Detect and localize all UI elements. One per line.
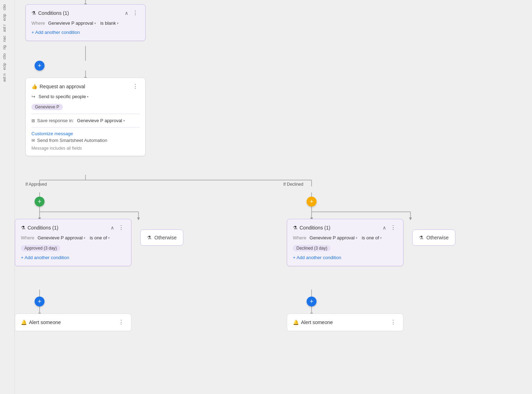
- envelope-icon: ✉: [31, 138, 35, 143]
- top-conditions-title: ⚗ Conditions (1): [31, 10, 69, 16]
- send-to-row: ↪ Send to specific people ▾: [31, 94, 140, 100]
- top-conditions-field-arrow: ▾: [94, 22, 96, 25]
- if-declined-label: If Declined: [283, 182, 303, 187]
- svg-marker-24: [137, 217, 140, 220]
- approved-value-chip: Approved (3 day): [21, 245, 60, 251]
- declined-alert-title-text: Alert someone: [301, 320, 333, 325]
- customize-message-label: Customize message: [31, 131, 73, 136]
- declined-chip-label: Declined (3 day): [296, 246, 327, 251]
- save-response-arrow: ▾: [123, 119, 125, 123]
- approved-plus-btn[interactable]: +: [35, 197, 45, 207]
- declined-operator-value: is one of: [362, 235, 379, 240]
- approved-field-value: Genevieve P approval: [37, 235, 83, 240]
- send-from-row: ✉ Send from Smartsheet Automation: [31, 138, 140, 143]
- approved-where-label: Where: [21, 235, 34, 240]
- sidebar-item-4: nac: [1, 34, 13, 43]
- declined-conditions-actions: ∧ ⋮: [381, 224, 397, 231]
- sidebar-item-3: ast r: [1, 23, 13, 33]
- top-conditions-title-text: Conditions (1): [38, 10, 69, 16]
- declined-field-dropdown[interactable]: Genevieve P approval ▾: [308, 235, 359, 241]
- declined-value-chip: Declined (3 day): [293, 245, 331, 251]
- top-conditions-add-btn[interactable]: + Add another condition: [31, 29, 80, 36]
- send-to-arrow: ▾: [87, 95, 89, 98]
- approved-operator-value: is one of: [90, 235, 107, 240]
- top-conditions-header: ⚗ Conditions (1) ∧ ⋮: [31, 10, 140, 17]
- declined-bottom-plus-wrapper: +: [307, 297, 317, 306]
- top-conditions-operator-dropdown[interactable]: is blank ▾: [99, 20, 120, 26]
- top-conditions-where-label: Where: [31, 20, 45, 26]
- top-conditions-card: ⚗ Conditions (1) ∧ ⋮ Where Genevieve P a…: [25, 4, 146, 41]
- approved-bottom-plus-btn[interactable]: +: [35, 297, 45, 306]
- approved-chip-wrapper: Approved (3 day): [21, 244, 125, 251]
- approval-divider-1: [31, 114, 140, 114]
- save-icon: ⊞: [31, 118, 35, 123]
- top-conditions-collapse-btn[interactable]: ∧: [123, 10, 130, 16]
- send-to-label: Send to specific people: [39, 94, 86, 99]
- approved-conditions-actions: ∧ ⋮: [109, 224, 125, 231]
- declined-where-label: Where: [293, 235, 306, 240]
- approved-conditions-header: ⚗ Conditions (1) ∧ ⋮: [21, 224, 125, 231]
- declined-bottom-plus-btn[interactable]: +: [307, 297, 317, 306]
- sidebar-item-2: ecip: [1, 12, 13, 22]
- approval-more-btn[interactable]: ⋮: [131, 83, 140, 90]
- declined-bell-icon: 🔔: [293, 320, 299, 325]
- top-conditions-operator-value: is blank: [100, 20, 116, 26]
- approval-title-text: Request an approval: [40, 84, 85, 89]
- sidebar-item-5: rig: [1, 44, 13, 51]
- approved-conditions-collapse-btn[interactable]: ∧: [109, 225, 116, 231]
- declined-conditions-title-text: Conditions (1): [300, 225, 330, 231]
- declined-field-value: Genevieve P approval: [309, 235, 355, 240]
- approved-field-dropdown[interactable]: Genevieve P approval ▾: [36, 235, 87, 241]
- approved-filter-icon: ⚗: [21, 225, 25, 231]
- top-conditions-more-btn[interactable]: ⋮: [131, 10, 140, 17]
- declined-alert-title: 🔔 Alert someone: [293, 320, 333, 325]
- flow-root: ⚗ Conditions (1) ∧ ⋮ Where Genevieve P a…: [15, 0, 509, 388]
- sidebar-item-6: ctio: [1, 52, 13, 61]
- if-declined-text: If Declined: [283, 182, 303, 187]
- approved-chip-label: Approved (3 day): [24, 246, 57, 251]
- top-conditions-add-label: + Add another condition: [31, 30, 80, 35]
- declined-add-condition-btn[interactable]: + Add another condition: [293, 254, 341, 261]
- declined-add-label: + Add another condition: [293, 255, 341, 260]
- if-approved-text: If Approved: [25, 182, 47, 187]
- approved-alert-title: 🔔 Alert someone: [21, 320, 61, 325]
- send-to-dropdown[interactable]: Send to specific people ▾: [37, 94, 90, 100]
- approved-alert-card: 🔔 Alert someone ⋮: [15, 314, 131, 331]
- declined-conditions-collapse-btn[interactable]: ∧: [381, 225, 388, 231]
- approved-conditions-title-text: Conditions (1): [28, 225, 58, 231]
- top-plus-btn[interactable]: +: [35, 61, 45, 71]
- approved-add-condition-btn[interactable]: + Add another condition: [21, 254, 69, 261]
- save-response-row: ⊞ Save response in: Genevieve P approval…: [31, 118, 140, 124]
- approved-bell-icon: 🔔: [21, 320, 27, 325]
- sidebar: ctio ecip ast r nac rig ctio ecip ast n: [0, 0, 15, 394]
- send-from-label: Send from Smartsheet Automation: [37, 138, 107, 143]
- recipient-chip-label: Genevieve P: [35, 105, 59, 109]
- main-canvas: ⚗ Conditions (1) ∧ ⋮ Where Genevieve P a…: [15, 0, 532, 394]
- approved-bottom-plus-wrapper: +: [35, 297, 45, 306]
- approved-where-row: Where Genevieve P approval ▾ is one of ▾: [21, 235, 125, 241]
- approved-alert-more-btn[interactable]: ⋮: [117, 319, 125, 326]
- declined-conditions-more-btn[interactable]: ⋮: [389, 224, 397, 231]
- approved-conditions-card: ⚗ Conditions (1) ∧ ⋮ Where Genevieve P a…: [15, 219, 131, 266]
- approval-divider-2: [31, 127, 140, 127]
- approval-icon: 👍: [31, 84, 37, 89]
- declined-operator-dropdown[interactable]: is one of ▾: [361, 235, 383, 241]
- save-response-dropdown[interactable]: Genevieve P approval ▾: [76, 118, 126, 124]
- top-conditions-field-dropdown[interactable]: Genevieve P approval ▾: [47, 20, 97, 26]
- send-icon: ↪: [31, 94, 35, 99]
- declined-alert-card: 🔔 Alert someone ⋮: [287, 314, 403, 331]
- top-conditions-where-row: Where Genevieve P approval ▾ is blank ▾: [31, 20, 140, 26]
- request-approval-card: 👍 Request an approval ⋮ ↪ Send to specif…: [25, 78, 146, 156]
- top-conditions-actions: ∧ ⋮: [123, 10, 140, 17]
- declined-plus-btn[interactable]: +: [307, 197, 317, 207]
- sidebar-item-8: ast n: [1, 72, 13, 83]
- declined-alert-more-btn[interactable]: ⋮: [389, 319, 397, 326]
- customize-message-link[interactable]: Customize message: [31, 131, 140, 136]
- declined-otherwise-label: Otherwise: [426, 235, 449, 240]
- top-conditions-operator-arrow: ▾: [117, 22, 119, 25]
- approved-conditions-more-btn[interactable]: ⋮: [117, 224, 125, 231]
- approval-title: 👍 Request an approval: [31, 84, 85, 89]
- approved-plus-wrapper: +: [35, 197, 45, 207]
- approved-operator-dropdown[interactable]: is one of ▾: [89, 235, 111, 241]
- declined-field-arrow: ▾: [356, 236, 357, 240]
